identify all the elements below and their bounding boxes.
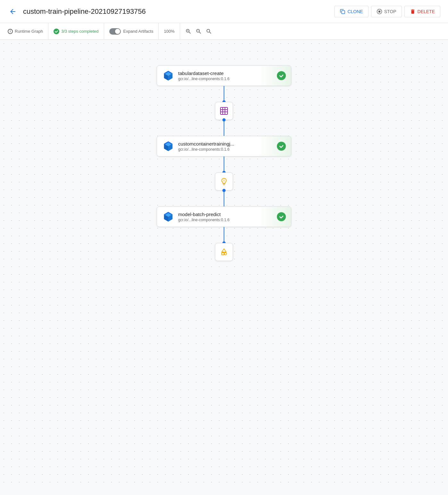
connector3: [215, 227, 233, 261]
node3-info: model-batch-predict gcr.io/...line-compo…: [178, 212, 273, 222]
line1a: [224, 86, 224, 102]
expand-artifacts-toggle[interactable]: [109, 28, 121, 35]
svg-point-31: [224, 253, 227, 255]
node3-status-icon: [277, 212, 286, 221]
line3a: [224, 227, 224, 243]
shapes-icon: [220, 247, 228, 256]
info-icon: i: [8, 29, 13, 34]
artifact-model[interactable]: [215, 172, 233, 190]
svg-marker-29: [222, 249, 226, 252]
connector2: [215, 156, 233, 206]
delete-icon: [410, 9, 416, 14]
artifact-table[interactable]: [215, 102, 233, 120]
zoom-reset-button[interactable]: [204, 27, 213, 36]
node3-name: model-batch-predict: [178, 212, 273, 217]
expand-artifacts-label: Expand Artifacts: [123, 29, 153, 34]
zoom-level-display: 100%: [159, 23, 180, 39]
clone-button[interactable]: CLONE: [334, 6, 368, 17]
svg-rect-11: [220, 107, 228, 114]
node2-name: customcontainertrainingj...: [178, 141, 273, 147]
cube-icon-node1: [162, 70, 174, 82]
line2a: [224, 156, 224, 172]
back-button[interactable]: [8, 6, 18, 17]
node1-subtitle: gcr.io/...line-components:0.1.6: [178, 77, 273, 81]
node1-status-icon: [277, 71, 286, 80]
node2-status-icon: [277, 142, 286, 151]
node1-name: tabulardataset-create: [178, 71, 273, 76]
stop-icon: [377, 9, 382, 14]
node1-info: tabulardataset-create gcr.io/...line-com…: [178, 71, 273, 81]
svg-rect-30: [222, 253, 224, 255]
pipeline-canvas: tabulardataset-create gcr.io/...line-com…: [0, 40, 448, 489]
stop-button[interactable]: STOP: [371, 6, 402, 17]
expand-artifacts-toggle-wrap: Expand Artifacts: [104, 23, 159, 39]
node3-subtitle: gcr.io/...line-components:0.1.6: [178, 218, 273, 222]
runtime-graph-tab[interactable]: i Runtime Graph: [8, 23, 48, 39]
zoom-in-button[interactable]: [184, 27, 193, 36]
line1b: [224, 120, 224, 136]
table-icon: [220, 106, 228, 115]
svg-rect-2: [378, 11, 380, 13]
pipeline-title: custom-train-pipeline-20210927193756: [23, 7, 329, 16]
node2-info: customcontainertrainingj... gcr.io/...li…: [178, 141, 273, 152]
connector1: [215, 86, 233, 136]
steps-completed: 3/3 steps completed: [48, 23, 104, 39]
artifact-shapes[interactable]: [215, 243, 233, 261]
cube-icon-node2: [162, 140, 174, 152]
dot1b: [222, 118, 226, 122]
node2-subtitle: gcr.io/...line-components:0.1.6: [178, 147, 273, 152]
pipeline-flow: tabulardataset-create gcr.io/...line-com…: [157, 65, 291, 261]
node-tabulardataset-create[interactable]: tabulardataset-create gcr.io/...line-com…: [157, 65, 291, 86]
toolbar: i Runtime Graph 3/3 steps completed Expa…: [0, 23, 448, 40]
header-actions: CLONE STOP DELETE: [334, 6, 440, 17]
toggle-thumb: [115, 29, 120, 34]
line2b: [224, 190, 224, 206]
svg-rect-0: [342, 11, 345, 14]
zoom-controls: [180, 23, 217, 39]
node-model-batch-predict[interactable]: model-batch-predict gcr.io/...line-compo…: [157, 206, 291, 227]
delete-button[interactable]: DELETE: [404, 6, 440, 17]
cube-icon-node3: [162, 211, 174, 223]
dot2b: [222, 189, 226, 192]
clone-icon: [340, 9, 345, 14]
lightbulb-icon: [220, 177, 228, 186]
header: custom-train-pipeline-20210927193756 CLO…: [0, 0, 448, 23]
zoom-out-button[interactable]: [194, 27, 203, 36]
steps-check-icon: [54, 29, 59, 34]
node-customcontainertrainingj[interactable]: customcontainertrainingj... gcr.io/...li…: [157, 136, 291, 156]
